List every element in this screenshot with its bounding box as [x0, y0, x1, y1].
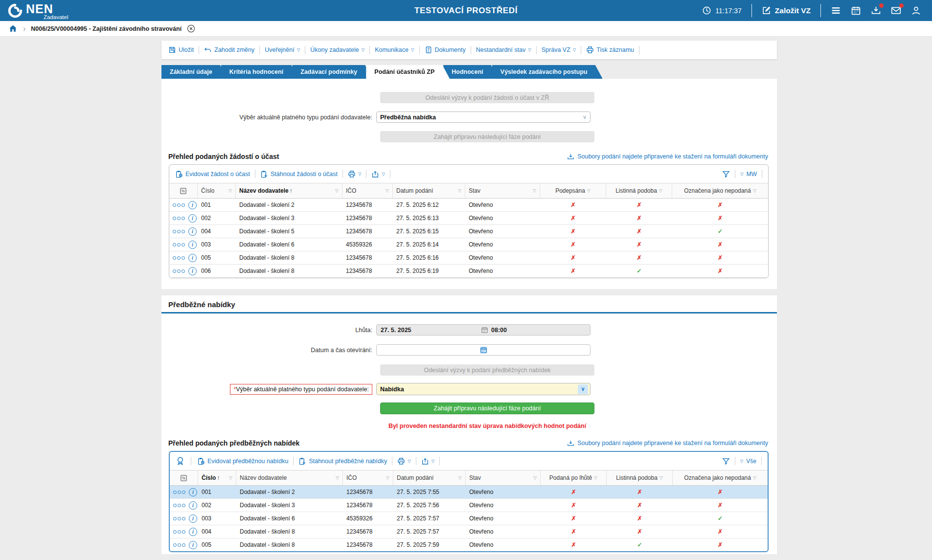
view-selector[interactable]: MW [747, 171, 757, 178]
info-icon[interactable]: i [188, 241, 197, 249]
table-row[interactable]: i 005 Dodavatel - školení 8 12345678 27.… [170, 538, 768, 551]
column-settings-button[interactable] [169, 183, 198, 198]
info-icon[interactable]: i [189, 501, 197, 510]
submission-type-select[interactable]: Nabídka ∨ [376, 383, 591, 395]
col-header-stav[interactable]: Stav▽ [466, 470, 541, 485]
view-dropdown-icon[interactable]: ▽ [740, 172, 744, 177]
row-menu-icon[interactable] [173, 530, 185, 534]
table-row[interactable]: i 006 Dodavatel - školení 8 12345678 27.… [169, 265, 768, 278]
table-row[interactable]: i 002 Dodavatel - školení 3 12345678 27.… [170, 499, 768, 512]
filter-dropdown-icon[interactable]: ▽ [594, 475, 597, 480]
col-header-oznacena-jako-nepodana[interactable]: Označena jako nepodaná▽ [673, 470, 768, 485]
col-header-stav[interactable]: Stav▽ [465, 183, 540, 198]
menu-button[interactable] [831, 5, 841, 16]
row-menu-icon[interactable] [173, 543, 185, 547]
publication-menu[interactable]: Uveřejnění▽ [265, 46, 300, 53]
table-row[interactable]: i 001 Dodavatel - školení 2 12345678 27.… [169, 199, 768, 212]
filter-dropdown-icon[interactable]: ▽ [533, 475, 537, 480]
messages-button[interactable] [891, 5, 901, 16]
register-preliminary-offer-button[interactable]: Evidovat předběžnou nabídku [197, 457, 288, 465]
calendar-picker-icon[interactable] [480, 346, 487, 354]
contracting-authority-actions-menu[interactable]: Úkony zadavatele▽ [310, 46, 364, 53]
create-vz-button[interactable]: Založit VZ [762, 6, 811, 15]
export-table-button[interactable]: ▽ [421, 457, 435, 465]
tab-podani-ucastniku-zp[interactable]: Podání účastníků ZP [366, 65, 450, 79]
filter-dropdown-icon[interactable]: ▽ [753, 188, 756, 193]
download-requests-button[interactable]: Stáhnout žádosti o účast [260, 170, 338, 178]
tab-kriteria-hodnoceni[interactable]: Kritéria hodnocení [221, 65, 298, 79]
communication-menu[interactable]: Komunikace▽ [375, 46, 414, 53]
col-header-listinna-podoba[interactable]: Listinná podoba▽ [607, 470, 673, 485]
row-menu-icon[interactable] [173, 504, 185, 507]
col-header-datum-podani[interactable]: Datum podání▽ [393, 183, 465, 198]
col-header-cislo[interactable]: Číslo▽ [198, 183, 236, 198]
tab-vysledek-zadavaciho-postupu[interactable]: Výsledek zadávacího postupu [492, 65, 603, 79]
row-menu-icon[interactable] [173, 217, 185, 220]
filter-dropdown-icon[interactable]: ▽ [533, 188, 536, 193]
col-header-nazev-dodavatele[interactable]: Název dodavatele▽ [236, 470, 343, 485]
download-preliminary-offers-button[interactable]: Stáhnout předběžné nabídky [298, 457, 387, 465]
col-header-oznacena-jako-nepodana[interactable]: Označena jako nepodaná▽ [672, 183, 768, 198]
filter-dropdown-icon[interactable]: ▽ [229, 475, 232, 480]
row-menu-icon[interactable] [173, 517, 185, 520]
filter-dropdown-icon[interactable]: ▽ [659, 475, 663, 480]
filter-funnel-icon[interactable] [722, 457, 730, 465]
info-icon[interactable]: i [188, 227, 197, 236]
save-button[interactable]: Uložit [168, 46, 194, 54]
col-header-podepsana[interactable]: Podepsána▽ [540, 183, 606, 198]
export-table-button[interactable]: ▽ [371, 170, 385, 178]
table-row-selected[interactable]: i 001 Dodavatel - školení 2 12345678 27.… [170, 486, 768, 499]
col-header-nazev-dodavatele[interactable]: Název dodavatele↑▽ [236, 183, 342, 198]
view-dropdown-icon[interactable]: ▽ [740, 459, 744, 464]
filter-funnel-icon[interactable] [722, 170, 730, 178]
info-icon[interactable]: i [189, 515, 197, 523]
filter-dropdown-icon[interactable]: ▽ [335, 188, 339, 193]
column-settings-button[interactable] [170, 470, 198, 485]
documents-button[interactable]: Dokumenty [425, 46, 466, 54]
tab-hodnoceni[interactable]: Hodnocení [443, 65, 499, 79]
close-tab-icon[interactable] [187, 24, 195, 33]
view-selector[interactable]: Vše [746, 458, 756, 465]
table-row[interactable]: i 004 Dodavatel - školení 8 12345678 27.… [170, 525, 768, 538]
home-icon[interactable] [8, 24, 18, 33]
start-next-phase-button-disabled[interactable]: Zahájit přípravu následující fáze podání [380, 131, 594, 142]
register-request-button[interactable]: Evidovat žádost o účast [175, 170, 250, 178]
row-menu-icon[interactable] [173, 203, 185, 207]
filter-dropdown-icon[interactable]: ▽ [336, 475, 339, 480]
table-row[interactable]: i 003 Dodavatel - školení 6 45359326 27.… [169, 238, 768, 251]
start-next-phase-button[interactable]: Zahájit přípravu následující fáze podání [380, 403, 594, 414]
profile-button[interactable] [911, 5, 921, 16]
filter-dropdown-icon[interactable]: ▽ [659, 188, 662, 193]
table2-files-link[interactable]: Soubory podání najdete připravené ke sta… [567, 440, 768, 447]
open-offers-medal-icon[interactable] [176, 456, 185, 466]
send-preliminary-offer-request-button[interactable]: Odeslání výzvy k podání předběžných nabí… [380, 364, 594, 376]
row-menu-icon[interactable] [173, 243, 185, 246]
print-table-button[interactable]: ▽ [348, 170, 362, 178]
submission-type-select[interactable]: Předběžná nabídka ∨ [376, 112, 591, 123]
filter-dropdown-icon[interactable]: ▽ [228, 188, 232, 193]
tab-zadavaci-podminky[interactable]: Zadávací podmínky [292, 65, 372, 79]
vz-administration-menu[interactable]: Správa VZ▽ [542, 46, 576, 53]
send-participation-request-button[interactable]: Odeslání výzvy k podání žádosti o účast … [380, 92, 594, 103]
row-menu-icon[interactable] [173, 256, 185, 260]
col-header-podana-po-lhute[interactable]: Podaná po lhůtě▽ [541, 470, 607, 485]
col-header-cislo[interactable]: Číslo↑▽ [198, 470, 236, 485]
nonstandard-state-menu[interactable]: Nestandardní stav▽ [476, 46, 531, 53]
print-table-button[interactable]: ▽ [397, 457, 411, 465]
table-row[interactable]: i 005 Dodavatel - školení 8 12345678 27.… [169, 251, 768, 265]
opening-datetime-field[interactable] [376, 344, 591, 356]
discard-changes-button[interactable]: Zahodit změny [204, 46, 254, 54]
col-header-listinna-podoba[interactable]: Listinná podoba▽ [606, 183, 672, 198]
filter-dropdown-icon[interactable]: ▽ [386, 475, 389, 480]
filter-dropdown-icon[interactable]: ▽ [386, 188, 389, 193]
info-icon[interactable]: i [188, 254, 197, 262]
tab-zakladni-udaje[interactable]: Základní údaje [161, 65, 227, 79]
breadcrumb-item[interactable]: N006/25/V00004995 - Zajištění závodního … [31, 25, 182, 32]
print-record-button[interactable]: Tisk záznamu [586, 46, 634, 54]
filter-dropdown-icon[interactable]: ▽ [753, 475, 756, 480]
col-header-ico[interactable]: IČO▽ [342, 183, 393, 198]
info-icon[interactable]: i [189, 528, 197, 536]
filter-dropdown-icon[interactable]: ▽ [587, 188, 591, 193]
calendar-button[interactable] [851, 5, 861, 16]
table-row[interactable]: i 002 Dodavatel - školení 3 12345678 27.… [169, 212, 768, 225]
